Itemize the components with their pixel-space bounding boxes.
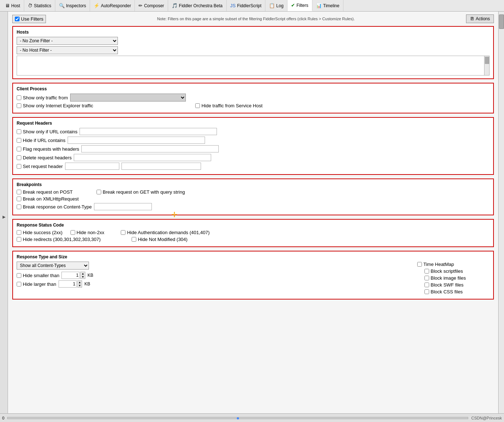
nav-item-host[interactable]: 🖥 Host [1, 0, 24, 11]
break-response-text: Break response on Content-Type [23, 204, 92, 210]
ie-traffic-checkbox[interactable] [17, 103, 21, 108]
break-get-checkbox[interactable] [97, 190, 101, 194]
nav-item-autoresponder[interactable]: ⚡ AutoResponder [90, 0, 135, 11]
hide-larger-value[interactable]: 1 [59, 280, 77, 288]
breakpoints-title: Breakpoints [17, 182, 490, 187]
hide-auth-text: Hide Authentication demands (401,407) [127, 230, 209, 235]
actions-icon: 🖹 [470, 16, 474, 21]
delete-headers-input[interactable] [74, 154, 211, 161]
hide-redirects-checkbox[interactable] [17, 237, 21, 242]
block-swf-label: Block SWF files [424, 282, 464, 288]
response-type-right: Time HeatMap Block scriptfiles [417, 262, 490, 296]
break-post-checkbox[interactable] [17, 190, 21, 194]
set-header-checkbox[interactable] [17, 164, 21, 169]
hide-service-host-label: Hide traffic from Service Host [195, 103, 262, 108]
break-get-label: Break request on GET with query string [97, 189, 185, 195]
hide-url-input[interactable] [68, 137, 205, 144]
hide-not-modified-checkbox[interactable] [132, 237, 136, 242]
left-toggle-button[interactable]: ▶ [0, 12, 8, 422]
break-response-checkbox[interactable] [17, 204, 21, 209]
show-traffic-checkbox[interactable] [17, 95, 21, 100]
response-type-left: Show all Content-Types Hide smaller than… [17, 262, 410, 296]
hide-larger-arrows[interactable]: ▲ ▼ [77, 280, 82, 288]
hide-not-modified-label: Hide Not Modified (304) [132, 237, 187, 242]
break-xml-checkbox[interactable] [17, 197, 21, 201]
hide-smaller-kb: KB [87, 273, 93, 278]
hide-success-checkbox[interactable] [17, 230, 21, 235]
hosts-scroll-thumb [485, 57, 489, 64]
hide-auth-checkbox[interactable] [121, 230, 125, 235]
zone-filter-dropdown[interactable]: - No Zone Filter - [17, 37, 118, 45]
nav-item-log[interactable]: 📋 Log [265, 0, 287, 11]
block-script-text: Block scriptfiles [431, 268, 463, 274]
nav-item-inspectors[interactable]: 🔍 Inspectors [55, 0, 90, 11]
client-process-wrapper: Client Process Show only traffic from Sh… [12, 83, 494, 113]
show-url-checkbox[interactable] [17, 129, 21, 134]
use-filters-checkbox-container[interactable]: Use Filters [12, 15, 46, 23]
inspectors-icon: 🔍 [59, 3, 65, 8]
hide-success-label: Hide success (2xx) [17, 230, 63, 235]
composer-icon: ✏ [138, 3, 142, 8]
log-icon: 📋 [269, 3, 275, 8]
nav-label-filters: Filters [296, 3, 308, 8]
traffic-process-dropdown[interactable] [70, 94, 186, 102]
set-header-name-input[interactable] [65, 163, 119, 170]
hide-success-text: Hide success (2xx) [23, 230, 63, 235]
break-response-input[interactable] [94, 203, 152, 210]
flag-headers-label: Flag requests with headers [17, 146, 79, 152]
hide-redirects-label: Hide redirects (300,301,302,303,307) [17, 237, 101, 242]
main-scrollbar[interactable] [498, 12, 504, 422]
flag-headers-checkbox[interactable] [17, 147, 21, 151]
nav-item-fiddlerscript[interactable]: JS FiddlerScript [227, 0, 266, 11]
autoresponder-icon: ⚡ [94, 3, 99, 8]
block-swf-checkbox[interactable] [424, 283, 429, 287]
bottom-brand: CSDN@Princesk [471, 416, 502, 420]
nav-item-composer[interactable]: ✏ Composer [135, 0, 168, 11]
hide-auth-label: Hide Authentication demands (401,407) [121, 230, 209, 235]
hide-smaller-checkbox[interactable] [17, 273, 21, 278]
hide-larger-down[interactable]: ▼ [78, 284, 82, 287]
set-header-value-input[interactable] [121, 163, 201, 170]
block-image-checkbox[interactable] [424, 276, 429, 280]
delete-headers-checkbox[interactable] [17, 155, 21, 160]
content-type-dropdown[interactable]: Show all Content-Types [17, 262, 89, 270]
actions-button[interactable]: 🖹 Actions [466, 14, 494, 23]
block-script-checkbox[interactable] [424, 269, 429, 274]
hide-smaller-down[interactable]: ▼ [81, 275, 85, 279]
nav-label-statistics: Statistics [34, 3, 51, 8]
hide-smaller-arrows[interactable]: ▲ ▼ [80, 272, 85, 279]
nav-label-autoresponder: AutoResponder [101, 3, 131, 8]
nav-item-orchestra[interactable]: 🎵 Fiddler Orchestra Beta [168, 0, 227, 11]
flag-headers-input[interactable] [81, 145, 219, 152]
hide-service-host-checkbox[interactable] [195, 103, 200, 108]
hide-larger-checkbox[interactable] [17, 282, 21, 287]
hide-not-modified-text: Hide Not Modified (304) [138, 237, 187, 242]
nav-item-filters[interactable]: ✔ Filters [287, 0, 312, 11]
host-filter-dropdown[interactable]: - No Host Filter - [17, 46, 118, 54]
hide-larger-up[interactable]: ▲ [78, 281, 82, 284]
time-heatmap-checkbox[interactable] [417, 262, 422, 267]
nav-item-timeline[interactable]: 📊 Timeline [312, 0, 343, 11]
ie-traffic-label: Show only Internet Explorer traffic [17, 103, 93, 108]
block-swf-text: Block SWF files [431, 282, 464, 288]
nav-label-orchestra: Fiddler Orchestra Beta [179, 3, 223, 8]
host-filter-row: - No Host Filter - [17, 46, 490, 54]
block-css-checkbox[interactable] [424, 289, 429, 294]
hosts-text-area[interactable] [17, 56, 490, 76]
show-url-text: Show only if URL contains [23, 129, 77, 134]
hide-smaller-up[interactable]: ▲ [81, 272, 85, 275]
set-header-label: Set request header [17, 164, 63, 169]
hide-non2xx-checkbox[interactable] [71, 230, 75, 235]
content-type-row: Show all Content-Types [17, 262, 410, 270]
response-type-title: Response Type and Size [17, 254, 490, 259]
show-url-input[interactable] [80, 128, 217, 135]
host-icon: 🖥 [5, 3, 10, 8]
hide-smaller-value[interactable]: 1 [61, 272, 80, 279]
nav-item-statistics[interactable]: ⏱ Statistics [24, 0, 55, 11]
nav-label-log: Log [276, 3, 283, 8]
hosts-scrollbar[interactable] [484, 56, 489, 75]
hide-url-checkbox[interactable] [17, 138, 21, 143]
break-xml-label: Break on XMLHttpRequest [17, 196, 79, 202]
filters-icon: ✔ [291, 3, 295, 8]
use-filters-checkbox[interactable] [15, 17, 20, 21]
